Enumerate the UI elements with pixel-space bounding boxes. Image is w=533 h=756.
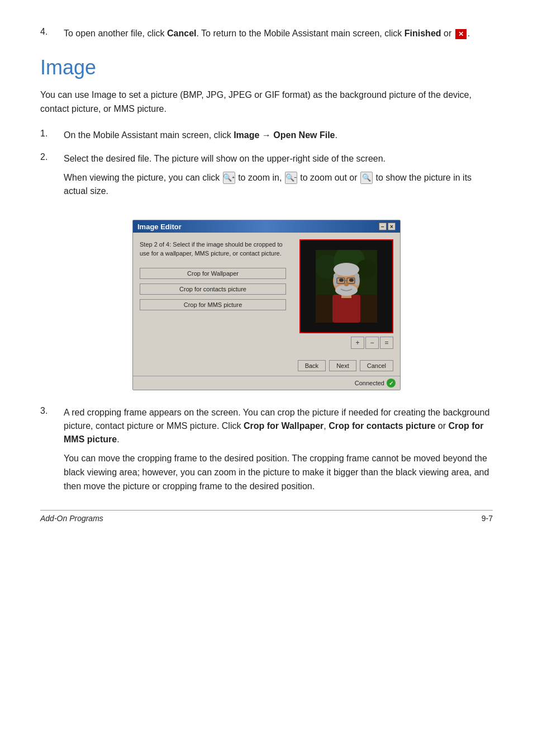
connected-indicator: ✓ (387, 379, 396, 388)
step-3-crop-wallpaper: Crop for Wallpaper (244, 421, 323, 431)
crop-contacts-button[interactable]: Crop for contacts picture (140, 284, 286, 295)
step-2-number: 2. (40, 152, 64, 205)
zoom-actual-button[interactable]: = (380, 337, 393, 349)
connected-label: Connected (355, 380, 384, 386)
step-3-text3: or (435, 421, 448, 431)
minimize-button[interactable]: − (379, 223, 387, 230)
cancel-button[interactable]: Cancel (360, 360, 393, 371)
step-3: 3. A red cropping frame appears on the s… (40, 406, 493, 499)
dialog-titlebar: Image Editor − × (133, 220, 400, 233)
next-button[interactable]: Next (329, 360, 356, 371)
svg-point-12 (339, 278, 344, 282)
dialog-instruction: Step 2 of 4: Select if the image should … (140, 239, 286, 259)
image-preview (299, 239, 393, 333)
step-2-text: Select the desired file. The picture wil… (64, 152, 493, 166)
svg-rect-5 (332, 295, 360, 323)
step-4-number: 4. (40, 27, 64, 40)
step-1-number: 1. (40, 129, 64, 142)
svg-rect-9 (334, 273, 338, 286)
footer-right: 9-7 (482, 514, 493, 523)
step-4-text-after: . To return to the Mobile Assistant main… (196, 29, 404, 38)
step-3-content: A red cropping frame appears on the scre… (64, 406, 493, 499)
step-1-text-before: On the Mobile Assistant main screen, cli… (64, 130, 234, 140)
step-1-open: Open New File (273, 130, 335, 140)
step-2-sub: When viewing the picture, you can click … (64, 171, 493, 199)
svg-point-17 (344, 283, 349, 286)
step-4-period: . (468, 29, 470, 38)
page-footer: Add-On Programs 9-7 (40, 510, 493, 523)
zoom-out-icon: 🔍− (285, 172, 297, 184)
step-1: 1. On the Mobile Assistant main screen, … (40, 129, 493, 142)
dialog-body: Step 2 of 4: Select if the image should … (133, 233, 400, 356)
step-2-sub-mid2: to zoom out or (298, 173, 360, 182)
titlebar-controls: − × (379, 223, 396, 230)
close-button[interactable]: × (388, 223, 396, 230)
dialog-right-panel: + − = (293, 239, 393, 349)
step-3-text4: . (117, 434, 119, 444)
dialog-footer: Back Next Cancel (133, 356, 400, 376)
step-4-cancel: Cancel (167, 29, 196, 38)
zoom-actual-icon: 🔍 (360, 172, 373, 184)
zoom-out-button[interactable]: − (365, 337, 379, 349)
crop-mms-button[interactable]: Crop for MMS picture (140, 299, 286, 310)
step-3-sub: You can move the cropping frame to the d… (64, 452, 493, 493)
section-title: Image (40, 56, 493, 79)
image-editor-dialog: Image Editor − × Step 2 of 4: Select if … (132, 220, 401, 390)
step-2-sub-mid1: to zoom in, (236, 173, 284, 182)
step-1-period: . (335, 130, 337, 140)
checkmark-icon: ✓ (389, 380, 393, 386)
crop-wallpaper-button[interactable]: Crop for Wallpaper (140, 268, 286, 279)
back-button[interactable]: Back (298, 360, 326, 371)
step-2: 2. Select the desired file. The picture … (40, 152, 493, 205)
step-4-or: or (441, 29, 454, 38)
step-3-crop-contacts: Crop for contacts picture (329, 421, 435, 431)
dialog-left-panel: Step 2 of 4: Select if the image should … (140, 239, 286, 349)
step-1-image: Image (234, 130, 259, 140)
step-3-text: A red cropping frame appears on the scre… (64, 406, 493, 446)
step-4-finished: Finished (404, 29, 441, 38)
dialog-title: Image Editor (137, 223, 182, 231)
step-2-sub-before: When viewing the picture, you can click (64, 173, 222, 182)
page: 4. To open another file, click Cancel. T… (0, 0, 533, 536)
close-icon: ✕ (455, 29, 467, 39)
zoom-controls: + − = (293, 337, 393, 349)
footer-left: Add-On Programs (40, 514, 103, 523)
step-1-content: On the Mobile Assistant main screen, cli… (64, 129, 493, 142)
zoom-in-button[interactable]: + (351, 337, 364, 349)
step-4: 4. To open another file, click Cancel. T… (40, 27, 493, 40)
step-4-content: To open another file, click Cancel. To r… (64, 27, 493, 40)
step-1-arrow: → (259, 130, 273, 140)
zoom-in-icon: 🔍+ (223, 172, 235, 184)
step-4-text-before: To open another file, click (64, 29, 167, 38)
intro-text: You can use Image to set a picture (BMP,… (40, 88, 493, 116)
step-3-number: 3. (40, 406, 64, 499)
svg-point-13 (349, 278, 354, 282)
svg-rect-10 (355, 273, 359, 286)
step-3-text2: , (323, 421, 329, 431)
dialog-wrapper: Image Editor − × Step 2 of 4: Select if … (132, 220, 401, 390)
step-2-content: Select the desired file. The picture wil… (64, 152, 493, 205)
portrait-image (316, 250, 377, 323)
status-bar: Connected ✓ (133, 376, 400, 390)
